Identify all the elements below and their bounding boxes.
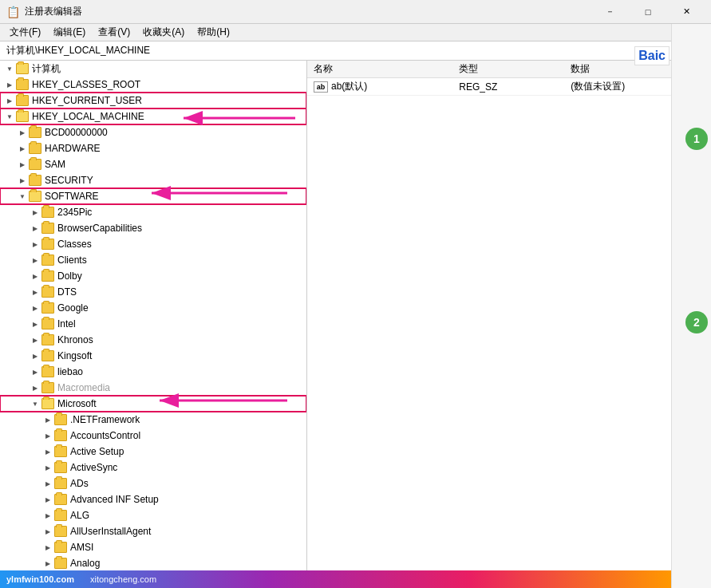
tree-item-hkey_classes_root[interactable]: HKEY_CLASSES_ROOT xyxy=(0,77,306,93)
folder-icon-amsi xyxy=(54,542,67,553)
expander-activesync[interactable] xyxy=(41,461,54,474)
tree-item-accountscontrol[interactable]: AccountsControl xyxy=(0,428,306,444)
cell-type: REG_SZ xyxy=(452,78,564,96)
expander-kingsoft[interactable] xyxy=(29,349,41,362)
expander-software[interactable] xyxy=(16,190,29,203)
menu-favorites[interactable]: 收藏夹(A) xyxy=(136,24,191,41)
expander-analog[interactable] xyxy=(41,557,54,570)
expander-hkey_current_user[interactable] xyxy=(3,94,16,107)
expander-dts[interactable] xyxy=(29,286,41,298)
expander-bcd[interactable] xyxy=(16,126,29,139)
tree-item-macromedia[interactable]: Macromedia xyxy=(0,380,306,396)
tree-item-intel[interactable]: Intel xyxy=(0,316,306,332)
tree-item-2345pic[interactable]: 2345Pic xyxy=(0,204,306,220)
menu-help[interactable]: 帮助(H) xyxy=(191,24,236,41)
tree-item-computer[interactable]: 计算机 xyxy=(0,61,306,77)
tree-item-browsercapabilities[interactable]: BrowserCapabilities xyxy=(0,220,306,236)
tree-item-hardware[interactable]: HARDWARE xyxy=(0,140,306,156)
expander-security[interactable] xyxy=(16,174,29,187)
tree-item-analog[interactable]: Analog xyxy=(0,555,306,571)
tree-item-netframework[interactable]: .NETFramework xyxy=(0,412,306,428)
folder-icon-intel xyxy=(41,318,54,330)
tree-item-software[interactable]: SOFTWARE xyxy=(0,188,306,204)
expander-khronos[interactable] xyxy=(29,333,41,346)
tree-item-active_setup[interactable]: Active Setup xyxy=(0,444,306,460)
folder-icon-browsercapabilities xyxy=(41,223,54,234)
tree-label-macromedia: Macromedia xyxy=(57,382,110,393)
expander-dolby[interactable] xyxy=(29,270,41,282)
expander-alg[interactable] xyxy=(41,509,54,522)
expander-accountscontrol[interactable] xyxy=(41,429,54,442)
menu-bar: 文件(F) 编辑(E) 查看(V) 收藏夹(A) 帮助(H) xyxy=(0,24,711,41)
menu-view[interactable]: 查看(V) xyxy=(92,24,136,41)
folder-icon-software xyxy=(29,191,41,202)
tree-label-active_setup: Active Setup xyxy=(70,446,124,457)
folder-icon-hkey_local_machine xyxy=(16,111,29,122)
tree-label-hkey_local_machine: HKEY_LOCAL_MACHINE xyxy=(32,111,144,122)
tree-item-dts[interactable]: DTS xyxy=(0,284,306,300)
main-content: 计算机HKEY_CLASSES_ROOTHKEY_CURRENT_USERHKE… xyxy=(0,61,711,588)
folder-icon-macromedia xyxy=(41,382,54,393)
tree-label-liebao: liebao xyxy=(57,366,83,377)
tree-item-kingsoft[interactable]: Kingsoft xyxy=(0,348,306,364)
expander-alluserinstallagent[interactable] xyxy=(41,525,54,538)
tree-item-activesync[interactable]: ActiveSync xyxy=(0,460,306,476)
tree-item-security[interactable]: SECURITY xyxy=(0,172,306,188)
expander-ads[interactable] xyxy=(41,477,54,490)
close-button[interactable]: ✕ xyxy=(668,0,705,24)
tree-label-analog: Analog xyxy=(70,558,100,569)
tree-item-advanced_inf_setup[interactable]: Advanced INF Setup xyxy=(0,491,306,507)
expander-google[interactable] xyxy=(29,302,41,314)
maximize-button[interactable]: □ xyxy=(630,0,666,24)
tree-item-classes[interactable]: Classes xyxy=(0,236,306,252)
tree-item-hkey_current_user[interactable]: HKEY_CURRENT_USER xyxy=(0,93,306,109)
tree-item-hkey_local_machine[interactable]: HKEY_LOCAL_MACHINE xyxy=(0,109,306,124)
expander-active_setup[interactable] xyxy=(41,445,54,458)
expander-netframework[interactable] xyxy=(41,413,54,426)
tree-item-google[interactable]: Google xyxy=(0,300,306,316)
tree-item-amsi[interactable]: AMSI xyxy=(0,539,306,555)
folder-icon-computer xyxy=(16,63,29,74)
minimize-button[interactable]: － xyxy=(591,0,628,24)
expander-intel[interactable] xyxy=(29,318,41,330)
expander-macromedia[interactable] xyxy=(29,381,41,394)
folder-icon-ads xyxy=(54,478,67,489)
folder-icon-kingsoft xyxy=(41,350,54,361)
registry-table: 名称 类型 数据 abab(默认)REG_SZ(数值未设置) xyxy=(307,61,711,96)
tree-item-dolby[interactable]: Dolby xyxy=(0,268,306,284)
expander-hkey_classes_root[interactable] xyxy=(3,78,16,91)
menu-file[interactable]: 文件(F) xyxy=(3,24,47,41)
tree-item-alg[interactable]: ALG xyxy=(0,507,306,523)
folder-icon-accountscontrol xyxy=(54,430,67,441)
tree-item-sam[interactable]: SAM xyxy=(0,156,306,172)
expander-2345pic[interactable] xyxy=(29,206,41,219)
tree-item-alluserinstallagent[interactable]: AllUserInstallAgent xyxy=(0,523,306,539)
menu-edit[interactable]: 编辑(E) xyxy=(47,24,92,41)
tree-item-clients[interactable]: Clients xyxy=(0,252,306,268)
expander-hardware[interactable] xyxy=(16,142,29,155)
table-row[interactable]: abab(默认)REG_SZ(数值未设置) xyxy=(307,78,711,96)
tree-panel: 计算机HKEY_CLASSES_ROOTHKEY_CURRENT_USERHKE… xyxy=(0,61,307,588)
folder-icon-dolby xyxy=(41,270,54,282)
expander-advanced_inf_setup[interactable] xyxy=(41,493,54,506)
expander-computer[interactable] xyxy=(3,62,16,75)
expander-clients[interactable] xyxy=(29,254,41,266)
tree-label-hkey_current_user: HKEY_CURRENT_USER xyxy=(32,95,142,106)
expander-microsoft[interactable] xyxy=(29,397,41,410)
folder-icon-hkey_current_user xyxy=(16,95,29,106)
tree-item-liebao[interactable]: liebao xyxy=(0,364,306,380)
tree-label-microsoft: Microsoft xyxy=(57,398,97,409)
folder-icon-liebao xyxy=(41,366,54,377)
expander-liebao[interactable] xyxy=(29,365,41,378)
tree-label-dolby: Dolby xyxy=(57,270,82,282)
tree-item-khronos[interactable]: Khronos xyxy=(0,332,306,348)
expander-browsercapabilities[interactable] xyxy=(29,222,41,235)
tree-item-bcd[interactable]: BCD00000000 xyxy=(0,124,306,140)
expander-amsi[interactable] xyxy=(41,541,54,554)
tree-item-microsoft[interactable]: Microsoft xyxy=(0,396,306,412)
tree-item-ads[interactable]: ADs xyxy=(0,476,306,491)
expander-classes[interactable] xyxy=(29,238,41,251)
expander-sam[interactable] xyxy=(16,158,29,171)
expander-hkey_local_machine[interactable] xyxy=(3,110,16,123)
address-text: 计算机\HKEY_LOCAL_MACHINE xyxy=(6,44,150,57)
